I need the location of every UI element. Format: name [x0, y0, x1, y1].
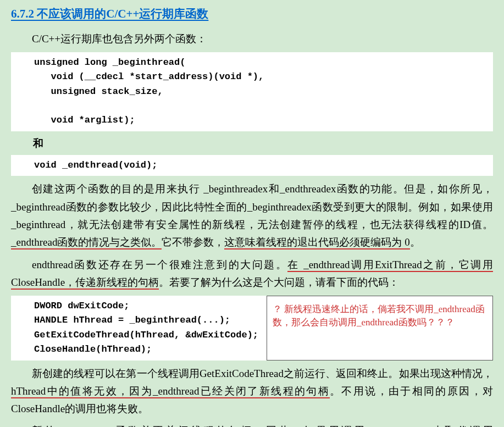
label-and: 和: [0, 134, 504, 153]
para3-text-b: 。若要了解为什么这是个大问题，请看下面的代码：: [159, 276, 399, 288]
intro-paragraph: C/C++运行期库也包含另外两个函数：: [0, 28, 504, 50]
paragraph-4: 新创建的线程可以在第一个线程调用GetExitCodeThread之前运行、返回…: [0, 363, 504, 420]
para4-text-a: 新创建的线程可以在第一个线程调用GetExitCodeThread之前运行、返回…: [32, 368, 493, 379]
para4-underline-1: hThread中的值将无效，因为_endthread已经关闭了新线程的句柄: [11, 385, 330, 398]
paragraph-2: 创建这两个函数的目的是用来执行 _beginthreadex和_endthrea…: [0, 178, 504, 253]
para2-underline-2: 这意味着线程的退出代码必须硬编码为 0: [224, 236, 409, 249]
para2-text-c: 。: [410, 236, 420, 248]
para2-text-a: 创建这两个函数的目的是用来执行 _beginthreadex和_endthrea…: [11, 183, 493, 230]
section-heading: 6.7.2 不应该调用的C/C++运行期库函数: [0, 0, 504, 28]
para3-text-a: endthread函数还存在另一个很难注意到的大问题。: [32, 259, 287, 270]
paragraph-3: endthread函数还存在另一个很难注意到的大问题。在 _endthread调…: [0, 254, 504, 294]
code-block-endthread: void _endthread(void);: [11, 155, 493, 176]
code-with-annotation: DWORD dwExitCode; HANDLE hThread = _begi…: [11, 296, 493, 360]
para2-underline-1: _endthread函数的情况与之类似。: [11, 236, 162, 249]
para2-text-b: 它不带参数，: [162, 236, 224, 248]
paragraph-5: 新的_endthreadex函数并不关闭线程的句柄，因此，如果用调用 begin…: [0, 420, 504, 427]
code-block-beginthread: unsigned long _beginthread( void (__cdec…: [11, 52, 493, 131]
annotation-note: ？ 新线程迅速终止的话，倘若我不调用_endthread函数，那么会自动调用_e…: [267, 296, 493, 360]
